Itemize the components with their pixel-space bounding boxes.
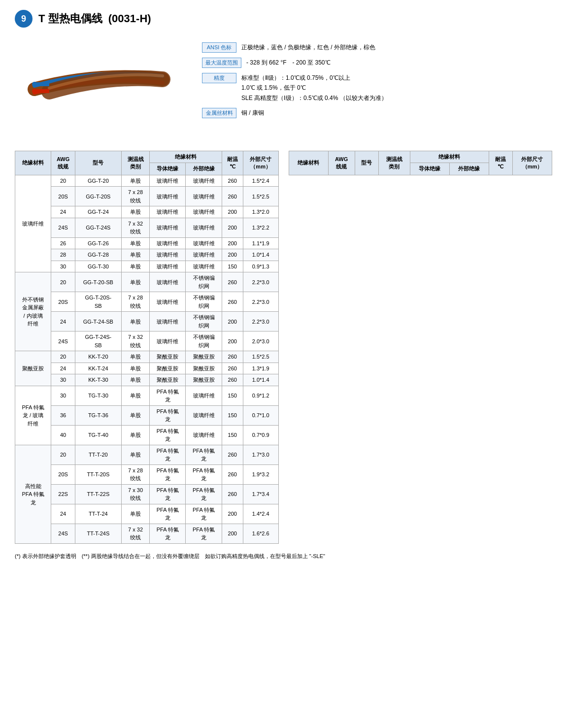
dim-cell: 1.5*2.5: [243, 351, 278, 363]
temp-cell: 200: [222, 331, 243, 351]
temp-cell: 260: [222, 363, 243, 374]
table-row: 36TG-T-36单股PFA 特氟龙玻璃纤维1500.7*1.0: [15, 405, 279, 425]
type-cell: 单股: [121, 272, 149, 292]
temp-cell: 150: [222, 425, 243, 445]
temp-cell: 260: [222, 464, 243, 484]
temp-cell: 260: [222, 484, 243, 504]
dim-cell: 1.1*1.9: [243, 237, 278, 249]
model-cell: GG-T-24S-SB: [75, 331, 121, 351]
cond-cell: PFA 特氟龙: [150, 464, 186, 484]
cond-cell: 聚酰亚胺: [150, 351, 186, 363]
awg-cell: 24: [51, 206, 75, 218]
model-cell: TG-T-30: [75, 386, 121, 405]
awg-cell: 24: [51, 312, 75, 331]
col-r-insulation-group: 绝缘材料: [410, 151, 489, 163]
model-cell: KK-T-20: [75, 351, 121, 363]
page-title: T 型热电偶线 (0031-H): [38, 11, 151, 26]
col-r-outer-ins: 外部绝缘: [449, 163, 489, 175]
awg-cell: 20: [51, 272, 75, 292]
left-table: 绝缘材料 AWG线规 型号 测温线类别 绝缘材料 耐温℃ 外部尺寸（mm） 导体…: [15, 151, 279, 544]
dim-cell: 2.2*3.0: [243, 312, 278, 331]
material-cell: 外不锈钢金属屏蔽/ 内玻璃纤维: [15, 272, 51, 351]
cond-cell: PFA 特氟龙: [150, 425, 186, 445]
dim-cell: 1.6*2.6: [243, 524, 278, 543]
dim-cell: 2.0*3.0: [243, 331, 278, 351]
temp-cell: 150: [222, 386, 243, 405]
temp-cell: 200: [222, 249, 243, 261]
cond-cell: 玻璃纤维: [150, 331, 186, 351]
section-number: 9: [15, 10, 33, 28]
type-cell: 单股: [121, 374, 149, 386]
cond-cell: PFA 特氟龙: [150, 405, 186, 425]
dim-cell: 1.3*2.2: [243, 218, 278, 237]
temp-cell: 200: [222, 524, 243, 543]
col-r-model: 型号: [355, 151, 378, 175]
temp-value: - 328 到 662 °F - 200 至 350℃: [246, 58, 331, 67]
type-cell: 单股: [121, 405, 149, 425]
col-outer-ins: 外部绝缘: [186, 163, 222, 175]
dim-cell: 0.7*0.9: [243, 425, 278, 445]
model-cell: TT-T-22S: [75, 484, 121, 504]
model-cell: GG-T-28: [75, 249, 121, 261]
temp-cell: 200: [222, 237, 243, 249]
dim-cell: 2.2*3.0: [243, 292, 278, 312]
temp-cell: 200: [222, 312, 243, 331]
material-cell: 高性能PFA 特氟龙: [15, 445, 51, 543]
temp-cell: 200: [222, 206, 243, 218]
table-row: 24SGG-T-24S-SB7 x 32绞线玻璃纤维不锈钢编织网2002.0*3…: [15, 331, 279, 351]
table-row: 聚酰亚胺20KK-T-20单股聚酰亚胺聚酰亚胺2601.5*2.5: [15, 351, 279, 363]
dim-cell: 1.0*1.4: [243, 374, 278, 386]
awg-cell: 30: [51, 374, 75, 386]
dim-cell: 0.7*1.0: [243, 405, 278, 425]
col-insulation-group: 绝缘材料: [150, 151, 222, 163]
type-cell: 7 x 32绞线: [121, 524, 149, 543]
table-row: 24KK-T-24单股聚酰亚胺聚酰亚胺2601.3*1.9: [15, 363, 279, 374]
footer-note: (*) 表示外部绝缘护套透明 (**) 两股绝缘导线结合在一起，但没有外覆缠绕层…: [15, 553, 325, 559]
product-specs: ANSI 色标 正极绝缘，蓝色 / 负极绝缘，红色 / 外部绝缘，棕色 最大温度…: [202, 37, 552, 136]
col-r-awg: AWG线规: [328, 151, 355, 175]
awg-cell: 20S: [51, 464, 75, 484]
type-cell: 7 x 32绞线: [121, 218, 149, 237]
col-temp: 耐温℃: [222, 151, 243, 175]
model-cell: GG-T-24-SB: [75, 312, 121, 331]
outer-cell: 玻璃纤维: [186, 405, 222, 425]
awg-cell: 24: [51, 504, 75, 524]
table-row: 24TT-T-24单股PFA 特氟龙PFA 特氟龙2001.4*2.4: [15, 504, 279, 524]
awg-cell: 30: [51, 261, 75, 272]
temp-cell: 260: [222, 351, 243, 363]
dim-cell: 1.3*2.0: [243, 206, 278, 218]
outer-cell: 玻璃纤维: [186, 425, 222, 445]
outer-cell: 不锈钢编织网: [186, 331, 222, 351]
awg-cell: 20S: [51, 187, 75, 206]
type-cell: 7 x 28绞线: [121, 292, 149, 312]
awg-cell: 28: [51, 249, 75, 261]
table-row: 28GG-T-28单股玻璃纤维玻璃纤维2001.0*1.4: [15, 249, 279, 261]
temp-cell: 260: [222, 175, 243, 187]
outer-cell: 玻璃纤维: [186, 237, 222, 249]
col-awg: AWG线规: [51, 151, 75, 175]
dim-cell: 1.0*1.4: [243, 249, 278, 261]
ansi-value: 正极绝缘，蓝色 / 负极绝缘，红色 / 外部绝缘，棕色: [241, 42, 375, 52]
table-row: 20STT-T-20S7 x 28绞线PFA 特氟龙PFA 特氟龙2601.9*…: [15, 464, 279, 484]
cond-cell: 玻璃纤维: [150, 237, 186, 249]
temp-cell: 150: [222, 405, 243, 425]
ansi-spec-row: ANSI 色标 正极绝缘，蓝色 / 负极绝缘，红色 / 外部绝缘，棕色: [202, 42, 552, 53]
outer-cell: PFA 特氟龙: [186, 504, 222, 524]
type-cell: 单股: [121, 261, 149, 272]
awg-cell: 24S: [51, 218, 75, 237]
col-r-type: 测温线类别: [378, 151, 410, 175]
cond-cell: PFA 特氟龙: [150, 504, 186, 524]
type-cell: 单股: [121, 237, 149, 249]
table-row: 24GG-T-24单股玻璃纤维玻璃纤维2001.3*2.0: [15, 206, 279, 218]
right-data-table: 绝缘材料 AWG线规 型号 测温线类别 绝缘材料 耐温℃ 外部尺寸（mm） 导体…: [289, 151, 553, 175]
col-dim: 外部尺寸（mm）: [243, 151, 278, 175]
table-row: 26GG-T-26单股玻璃纤维玻璃纤维2001.1*1.9: [15, 237, 279, 249]
table-row: 30GG-T-30单股玻璃纤维玻璃纤维1500.9*1.3: [15, 261, 279, 272]
awg-cell: 24S: [51, 524, 75, 543]
cond-cell: 聚酰亚胺: [150, 363, 186, 374]
cond-cell: PFA 特氟龙: [150, 524, 186, 543]
table-row: 外不锈钢金属屏蔽/ 内玻璃纤维20GG-T-20-SB单股玻璃纤维不锈钢编织网2…: [15, 272, 279, 292]
table-row: 24STT-T-24S7 x 32绞线PFA 特氟龙PFA 特氟龙2001.6*…: [15, 524, 279, 543]
col-model: 型号: [75, 151, 121, 175]
type-cell: 单股: [121, 249, 149, 261]
